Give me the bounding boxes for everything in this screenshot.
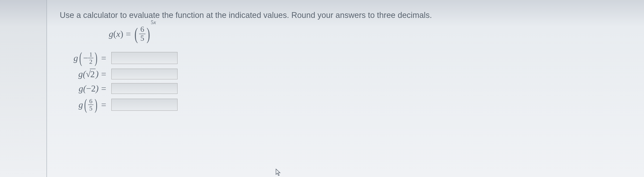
arg-num: 6 bbox=[88, 98, 94, 105]
answer-input-1[interactable] bbox=[111, 52, 178, 64]
answer-label-2: g ( √ 2 ) = bbox=[60, 69, 109, 79]
answer-label-1: g ( − 1 2 ) = bbox=[60, 51, 109, 65]
answer-input-3[interactable] bbox=[111, 83, 178, 94]
base-fraction-wrap: ( 6 5 ) bbox=[133, 25, 151, 42]
arg-num: 1 bbox=[88, 51, 94, 58]
base-denominator: 5 bbox=[139, 34, 146, 43]
close-big-paren: ) bbox=[146, 27, 150, 41]
minus-sign: − bbox=[86, 84, 91, 94]
answer-input-4[interactable] bbox=[111, 99, 178, 111]
base-fraction: 6 5 bbox=[139, 25, 146, 42]
answer-input-2[interactable] bbox=[111, 69, 178, 79]
answer-row-1: g ( − 1 2 ) = bbox=[60, 51, 631, 65]
answer-label-4: g ( 6 5 ) = bbox=[60, 98, 109, 112]
sqrt-expression: √ 2 bbox=[86, 69, 96, 79]
close-paren: ) bbox=[96, 69, 98, 79]
close-paren: ) bbox=[96, 84, 98, 94]
instruction-text: Use a calculator to evaluate the functio… bbox=[60, 11, 631, 20]
arg-den: 5 bbox=[88, 105, 94, 112]
function-definition: g ( x ) = ( 6 5 ) 5x bbox=[109, 25, 631, 42]
cursor-icon bbox=[275, 168, 281, 177]
arg-fraction: 6 5 bbox=[88, 98, 94, 112]
equals-sign: = bbox=[126, 29, 131, 39]
equals-sign: = bbox=[101, 84, 106, 94]
left-margin-panel bbox=[0, 0, 47, 177]
open-big-paren: ( bbox=[134, 27, 138, 41]
g-label: g bbox=[78, 100, 83, 110]
open-paren-icon: ( bbox=[84, 99, 87, 110]
close-paren-icon: ) bbox=[95, 52, 98, 63]
close-paren-icon: ) bbox=[95, 99, 98, 110]
answer-row-3: g ( − 2 ) = bbox=[60, 83, 631, 94]
close-paren: ) bbox=[120, 29, 123, 39]
answer-row-4: g ( 6 5 ) = bbox=[60, 98, 631, 112]
g-label: g bbox=[79, 84, 83, 94]
answer-label-3: g ( − 2 ) = bbox=[60, 84, 109, 94]
question-content: Use a calculator to evaluate the functio… bbox=[0, 0, 644, 126]
arg-fraction: 1 2 bbox=[88, 51, 94, 65]
minus-sign: − bbox=[83, 53, 88, 63]
open-paren: ( bbox=[83, 84, 86, 94]
exponent: 5x bbox=[151, 19, 156, 26]
function-name: g bbox=[109, 29, 113, 39]
g-label: g bbox=[78, 69, 83, 79]
exp-variable: x bbox=[154, 19, 156, 26]
g-label: g bbox=[74, 53, 78, 63]
equals-sign: = bbox=[101, 100, 106, 110]
base-numerator: 6 bbox=[139, 25, 146, 34]
arg-value: 2 bbox=[91, 84, 96, 94]
equals-sign: = bbox=[101, 53, 106, 63]
equals-sign: = bbox=[101, 69, 106, 79]
open-paren: ( bbox=[83, 69, 86, 79]
sqrt-arg: 2 bbox=[90, 69, 96, 79]
open-paren: ( bbox=[113, 29, 116, 39]
exp-coefficient: 5 bbox=[151, 19, 154, 26]
answer-row-2: g ( √ 2 ) = bbox=[60, 69, 631, 79]
arg-den: 2 bbox=[88, 58, 94, 65]
function-variable: x bbox=[116, 29, 120, 39]
open-paren-icon: ( bbox=[79, 52, 82, 63]
